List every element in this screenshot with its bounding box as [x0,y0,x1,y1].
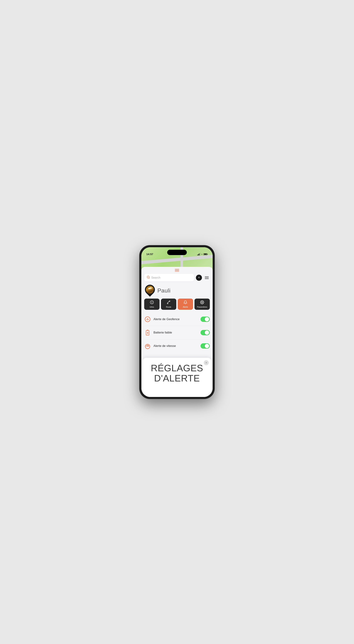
search-bar[interactable]: Search [144,274,194,282]
add-button[interactable]: + [196,275,202,281]
wifi-icon: ≈ [201,253,202,256]
route-icon [167,300,170,305]
speed-label: Alerte de vitesse [154,344,198,348]
tab-parametres[interactable]: Paramètres [194,298,210,310]
search-icon [147,276,150,280]
pet-photo [146,286,154,294]
hamburger-line-1 [175,269,179,270]
tab-route[interactable]: Route [161,298,176,310]
card-title-line2: D'ALERTE [146,373,208,384]
search-row: Search + [141,273,213,283]
tab-infos-label: Infos [150,306,154,308]
tab-parametres-label: Paramètres [197,306,207,308]
geofence-toggle[interactable] [200,316,210,322]
alert-item-geofence: Alerte de Geofence [144,313,210,326]
speed-toggle-knob [205,344,209,348]
info-icon [150,300,154,305]
battery-label: Batterie faible [154,331,198,334]
status-time: 14:57 [146,252,153,256]
svg-point-9 [147,319,148,320]
tab-route-label: Route [166,306,171,308]
pet-header: Pauli [141,283,213,298]
tab-infos[interactable]: Infos [144,298,160,310]
battery-icon [204,253,208,255]
tab-alerte-label: Alerte [183,306,188,308]
content-panel: Search + [141,267,213,397]
gear-icon [200,300,204,305]
svg-line-1 [149,278,149,278]
tab-row: Infos Route [141,298,213,313]
tab-alerte[interactable]: Alerte [178,298,193,310]
speed-icon [144,342,151,349]
search-placeholder[interactable]: Search [151,276,192,279]
svg-point-7 [202,302,203,303]
alert-list: Alerte de Geofence Batterie faible [141,313,213,352]
battery-alert-icon [144,329,151,336]
battery-toggle[interactable] [200,330,210,335]
geofence-icon [144,316,151,322]
pet-pin [145,285,155,296]
hamburger-line-3 [175,271,179,272]
plus-icon: + [198,276,200,280]
menu-line-2 [205,278,209,278]
phone-wrapper: 14:57 ≈ [140,246,214,399]
alert-item-speed: Alerte de vitesse [144,340,210,352]
svg-point-14 [147,346,148,347]
panel-handle[interactable] [141,267,213,273]
hamburger-line-2 [175,270,179,270]
menu-button[interactable] [204,275,210,281]
svg-line-17 [148,346,149,346]
svg-rect-11 [147,330,148,331]
dynamic-island [167,250,187,255]
status-icons: ≈ [197,253,208,256]
alert-item-battery: Batterie faible [144,326,210,340]
hamburger-icon[interactable] [175,269,179,272]
close-button[interactable]: × [204,360,209,365]
svg-line-15 [146,346,147,346]
pet-photo-inner [146,286,154,294]
card-title-line1: RÉGLAGES [146,363,208,373]
phone-screen: 14:57 ≈ [141,247,213,397]
geofence-toggle-knob [205,317,209,322]
card-title: RÉGLAGES D'ALERTE [146,361,208,384]
menu-line-1 [205,276,209,277]
bottom-card: × RÉGLAGES D'ALERTE [143,358,211,397]
signal-bars-icon [197,253,200,256]
geofence-label: Alerte de Geofence [154,318,198,321]
menu-line-3 [205,278,209,279]
pet-name: Pauli [158,287,170,294]
pin-body [143,282,157,296]
battery-toggle-knob [205,330,209,335]
speed-toggle[interactable] [200,343,210,349]
bell-icon [184,300,187,305]
